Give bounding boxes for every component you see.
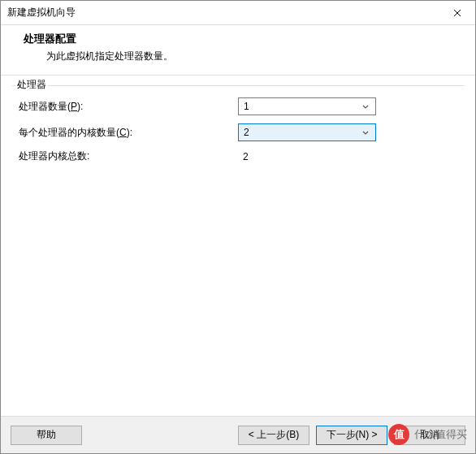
row-cores-per-processor: 每个处理器的内核数量(C): 2 [19, 123, 457, 141]
titlebar: 新建虚拟机向导 [1, 1, 475, 25]
back-button[interactable]: < 上一步(B) [238, 426, 309, 445]
cores-per-processor-value: 2 [244, 127, 249, 138]
wizard-header: 处理器配置 为此虚拟机指定处理器数量。 [1, 25, 475, 76]
group-label: 处理器 [15, 78, 48, 92]
cores-per-processor-select[interactable]: 2 [238, 123, 376, 141]
chevron-down-icon [359, 98, 372, 115]
window-title: 新建虚拟机向导 [7, 6, 76, 19]
processor-group: 处理器 处理器数量(P): 1 每个处理器的内核数量(C): [12, 85, 464, 178]
page-subtitle: 为此虚拟机指定处理器数量。 [24, 50, 465, 63]
processor-count-value: 1 [244, 101, 249, 112]
next-button[interactable]: 下一步(N) > [316, 426, 387, 445]
cores-per-processor-label: 每个处理器的内核数量(C): [19, 126, 238, 140]
close-button[interactable] [439, 1, 475, 24]
row-processor-count: 处理器数量(P): 1 [19, 97, 457, 115]
wizard-footer: 帮助 < 上一步(B) 下一步(N) > 取消 [1, 416, 475, 453]
chevron-down-icon [359, 124, 372, 141]
row-total-cores: 处理器内核总数: 2 [19, 149, 457, 163]
close-icon [453, 9, 461, 17]
processor-count-label: 处理器数量(P): [19, 100, 238, 114]
total-cores-label: 处理器内核总数: [19, 149, 238, 163]
page-title: 处理器配置 [24, 32, 465, 46]
wizard-body: 处理器 处理器数量(P): 1 每个处理器的内核数量(C): [1, 76, 475, 416]
total-cores-value: 2 [238, 151, 249, 162]
wizard-window: 新建虚拟机向导 处理器配置 为此虚拟机指定处理器数量。 处理器 处理器数量(P)… [0, 0, 476, 454]
footer-right: < 上一步(B) 下一步(N) > 取消 [238, 426, 465, 445]
group-box: 处理器数量(P): 1 每个处理器的内核数量(C): 2 [12, 85, 464, 178]
cancel-button[interactable]: 取消 [394, 426, 465, 445]
help-button[interactable]: 帮助 [11, 426, 82, 445]
processor-count-select[interactable]: 1 [238, 97, 376, 115]
